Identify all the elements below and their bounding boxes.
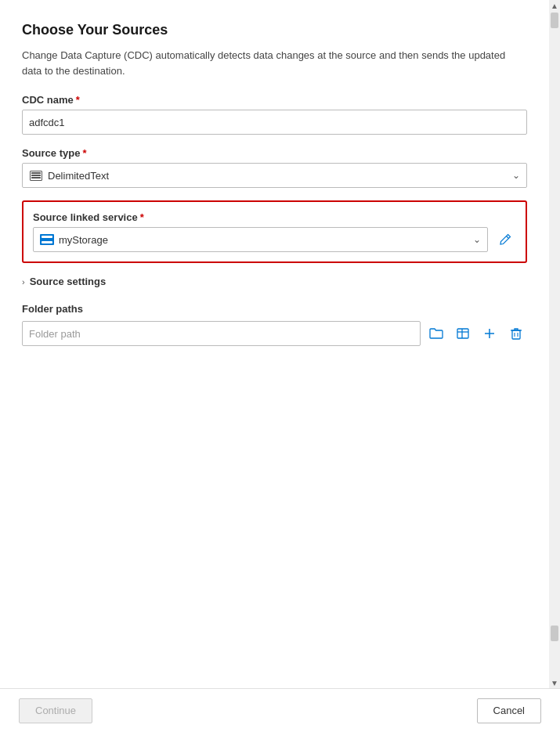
scroll-down-arrow[interactable]: ▼ bbox=[549, 677, 560, 688]
storage-service-icon bbox=[40, 234, 54, 245]
cdc-name-group: CDC name * bbox=[22, 94, 527, 135]
source-type-group: Source type * DelimitedText ⌄ bbox=[22, 147, 527, 188]
page-title: Choose Your Sources bbox=[22, 22, 527, 38]
source-linked-service-label: Source linked service * bbox=[33, 211, 516, 223]
source-settings-chevron: › bbox=[22, 277, 25, 287]
source-linked-service-group: Source linked service * myStorage ⌄ bbox=[33, 211, 516, 252]
cdc-name-label: CDC name * bbox=[22, 94, 527, 106]
scroll-up-arrow[interactable]: ▲ bbox=[549, 0, 560, 11]
source-settings-label: Source settings bbox=[30, 276, 107, 287]
source-linked-service-value: myStorage bbox=[59, 234, 108, 246]
table-browse-icon bbox=[456, 327, 470, 340]
footer: Continue Cancel bbox=[0, 688, 560, 732]
source-type-label: Source type * bbox=[22, 147, 527, 159]
source-settings-section[interactable]: › Source settings bbox=[22, 276, 527, 287]
add-folder-path-button[interactable] bbox=[479, 323, 500, 344]
source-type-required: * bbox=[82, 147, 86, 159]
page-description: Change Data Capture (CDC) automatically … bbox=[22, 48, 527, 78]
add-icon bbox=[484, 328, 495, 339]
source-type-value: DelimitedText bbox=[48, 170, 109, 182]
folder-paths-group: Folder paths bbox=[22, 303, 527, 346]
scrollbar[interactable]: ▲ ▼ bbox=[549, 0, 560, 688]
scrollbar-thumb-top[interactable] bbox=[551, 13, 558, 28]
folder-path-row bbox=[22, 321, 527, 346]
source-type-select[interactable]: DelimitedText ⌄ bbox=[22, 163, 527, 188]
source-linked-service-required: * bbox=[140, 211, 144, 223]
cdc-name-input[interactable] bbox=[22, 110, 527, 135]
source-linked-service-select[interactable]: myStorage ⌄ bbox=[33, 227, 488, 252]
pencil-icon bbox=[499, 233, 511, 246]
continue-button: Continue bbox=[19, 698, 92, 723]
linked-service-row: myStorage ⌄ bbox=[33, 227, 516, 252]
delete-folder-path-button[interactable] bbox=[505, 323, 527, 344]
delimited-text-icon bbox=[29, 170, 43, 181]
browse-folder-button[interactable] bbox=[425, 323, 447, 344]
edit-linked-service-button[interactable] bbox=[494, 229, 516, 251]
delete-icon bbox=[510, 327, 522, 340]
source-linked-service-section: Source linked service * myStorage ⌄ bbox=[22, 200, 527, 263]
browse-table-button[interactable] bbox=[452, 323, 474, 344]
cancel-button[interactable]: Cancel bbox=[477, 698, 541, 723]
cdc-name-required: * bbox=[76, 94, 80, 106]
folder-open-icon bbox=[429, 327, 443, 340]
folder-path-input[interactable] bbox=[22, 321, 421, 346]
folder-paths-label: Folder paths bbox=[22, 303, 527, 315]
scrollbar-thumb-bottom[interactable] bbox=[551, 626, 558, 641]
source-type-chevron: ⌄ bbox=[512, 170, 520, 181]
linked-service-chevron: ⌄ bbox=[473, 234, 481, 245]
main-panel: Choose Your Sources Change Data Capture … bbox=[0, 0, 549, 688]
svg-rect-0 bbox=[457, 329, 468, 338]
